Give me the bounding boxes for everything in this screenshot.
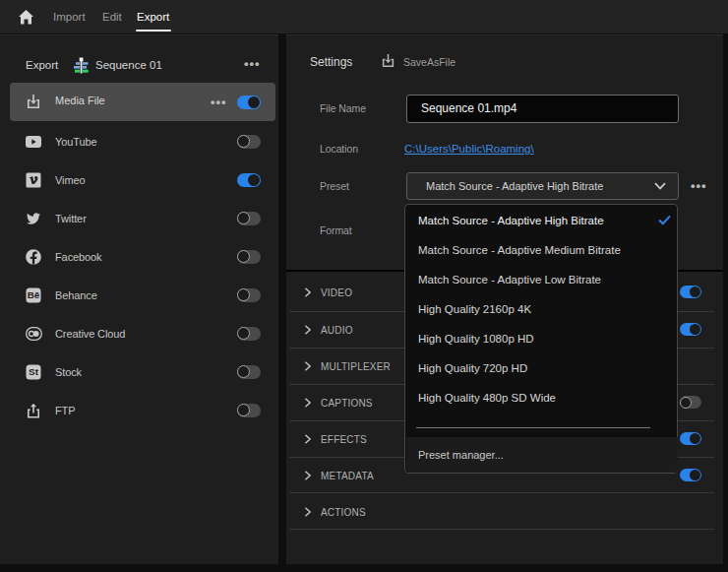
svg-text:St: St	[29, 366, 39, 377]
svg-text:Bē: Bē	[28, 289, 40, 300]
